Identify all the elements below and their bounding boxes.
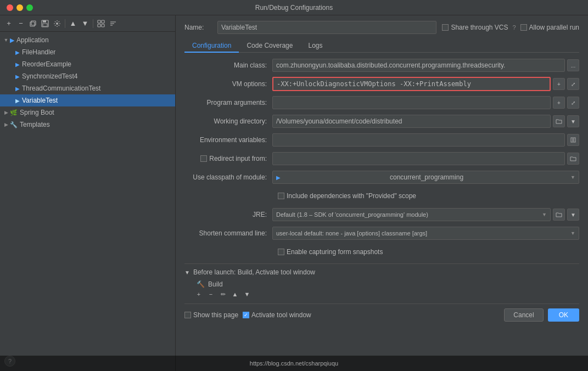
tab-codecoverage[interactable]: Code Coverage	[239, 40, 300, 53]
vm-options-expand-button[interactable]: ⤢	[567, 78, 579, 90]
env-vars-browse-button[interactable]	[567, 134, 579, 146]
svg-rect-8	[98, 24, 100, 27]
tree-label-synchronizedtest4: SynchronizedTest4	[22, 72, 77, 80]
tree-item-variabletest[interactable]: ▶ VariableTest	[0, 94, 175, 106]
main-class-row: Main class: com.zhunongyun.toalibaba.dis…	[184, 58, 579, 72]
include-deps-checkbox[interactable]	[278, 193, 284, 199]
springboot-icon: 🌿	[10, 109, 18, 116]
classpath-row: Use classpath of module: ▶ concurrent_pr…	[184, 170, 579, 184]
tree-item-synchronizedtest4[interactable]: ▶ SynchronizedTest4	[0, 70, 175, 82]
redirect-input[interactable]	[272, 152, 565, 165]
jre-browse-button[interactable]	[553, 209, 565, 221]
cancel-button[interactable]: Cancel	[504, 308, 543, 322]
working-dir-folder-button[interactable]	[553, 115, 565, 127]
program-args-label: Program arguments:	[184, 99, 272, 106]
include-deps-container: Include dependencies with "Provided" sco…	[278, 192, 416, 200]
group-button[interactable]	[96, 18, 107, 29]
build-label: Build	[208, 280, 223, 288]
jre-row: JRE: Default (1.8 – SDK of 'concurrent_p…	[184, 207, 579, 222]
copy-button[interactable]	[27, 18, 38, 29]
tab-configuration[interactable]: Configuration	[184, 40, 239, 53]
program-args-expand-button[interactable]: ⤢	[567, 97, 579, 109]
move-down-button[interactable]: ▼	[80, 18, 91, 29]
remove-button[interactable]: −	[15, 18, 26, 29]
enable-capture-row: Enable capturing form snapshots	[184, 245, 579, 259]
tree-arrow-templates: ▶	[2, 122, 10, 127]
parallel-checkbox[interactable]	[520, 24, 527, 31]
redirect-row: Redirect input from:	[184, 151, 579, 166]
before-launch-add-button[interactable]: +	[193, 289, 204, 299]
working-dir-input[interactable]	[272, 115, 551, 128]
classpath-select[interactable]: ▶ concurrent_programming ▼	[272, 171, 579, 184]
settings-button[interactable]	[52, 18, 63, 29]
build-icon: 🔨	[197, 280, 205, 288]
before-launch-edit-button[interactable]: ✏	[217, 289, 228, 299]
save-button[interactable]	[40, 18, 51, 29]
shorten-row: Shorten command line: user-local default…	[184, 226, 579, 240]
templates-icon: 🔧	[10, 121, 18, 128]
share-help-icon[interactable]: ?	[512, 24, 516, 31]
vm-options-field[interactable]: -XX:+UnlockDiagnosticVMOptions -XX:+Prin…	[272, 77, 551, 91]
tree-item-filehandler[interactable]: ▶ FileHandler	[0, 46, 175, 58]
tree-label-templates: Templates	[20, 121, 50, 128]
tree-item-templates[interactable]: ▶ 🔧 Templates	[0, 119, 175, 131]
activate-container: ✓ Activate tool window	[243, 311, 311, 319]
before-launch-down-button[interactable]: ▼	[242, 289, 253, 299]
tree-item-reorderexample[interactable]: ▶ ReorderExample	[0, 58, 175, 70]
jre-label: JRE:	[184, 211, 272, 218]
before-launch-arrow[interactable]: ▼	[184, 269, 190, 276]
program-args-row: Program arguments: + ⤢	[184, 95, 579, 110]
jre-value: Default (1.8 – SDK of 'concurrent_progra…	[276, 211, 542, 218]
application-icon: ▶	[10, 37, 14, 44]
maximize-button[interactable]	[26, 4, 33, 11]
main-class-label: Main class:	[184, 61, 272, 69]
tree-item-springboot[interactable]: ▶ 🌿 Spring Boot	[0, 106, 175, 119]
working-dir-row: Working directory: ▼	[184, 114, 579, 128]
config-tabs: Configuration Code Coverage Logs	[184, 40, 579, 53]
main-class-value: com.zhunongyun.toalibaba.distributed.con…	[272, 59, 565, 72]
watermark-text: https://blog.csdn.net/csharpqiuqu	[250, 360, 338, 367]
redirect-folder-button[interactable]	[567, 153, 579, 165]
main-class-browse-button[interactable]: ...	[567, 59, 579, 71]
vm-options-add-button[interactable]: +	[553, 78, 565, 90]
tree-item-application[interactable]: ▼ ▶ Application	[0, 34, 175, 46]
tab-logs[interactable]: Logs	[300, 40, 330, 53]
vm-options-text: -XX:+UnlockDiagnosticVMOptions -XX:+Prin…	[277, 80, 471, 88]
activate-label: Activate tool window	[251, 311, 311, 319]
program-args-input[interactable]	[272, 96, 551, 109]
main-class-control: com.zhunongyun.toalibaba.distributed.con…	[272, 59, 579, 72]
window-title: Run/Debug Configurations	[255, 4, 333, 12]
vm-options-label: VM options:	[184, 80, 272, 88]
sort-button[interactable]	[108, 18, 119, 29]
move-up-button[interactable]: ▲	[68, 18, 79, 29]
redirect-checkbox[interactable]	[200, 155, 207, 162]
ok-button[interactable]: OK	[548, 308, 579, 322]
activate-checkbox[interactable]: ✓	[243, 312, 249, 318]
tree-item-threadcommunicationtest[interactable]: ▶ ThreadCommunicationTest	[0, 82, 175, 94]
threadcommunicationtest-icon: ▶	[15, 86, 20, 92]
main-class-text: com.zhunongyun.toalibaba.distributed.con…	[276, 61, 505, 69]
enable-capture-container: Enable capturing form snapshots	[278, 248, 383, 256]
classpath-value: concurrent_programming	[390, 173, 463, 181]
share-label: Share through VCS	[451, 24, 508, 31]
before-launch-item: 🔨 Build	[193, 279, 579, 289]
program-args-add-button[interactable]: +	[553, 97, 565, 109]
vm-options-control: -XX:+UnlockDiagnosticVMOptions -XX:+Prin…	[272, 77, 579, 91]
parallel-label: Allow parallel run	[529, 24, 579, 31]
jre-dropdown-button[interactable]: ▼	[567, 209, 579, 221]
before-launch-up-button[interactable]: ▲	[229, 289, 240, 299]
name-input[interactable]	[217, 21, 436, 34]
working-dir-dropdown-button[interactable]: ▼	[567, 115, 579, 127]
before-launch-remove-button[interactable]: −	[205, 289, 216, 299]
jre-select[interactable]: Default (1.8 – SDK of 'concurrent_progra…	[272, 208, 551, 221]
enable-capture-checkbox[interactable]	[278, 249, 284, 255]
module-icon: ▶	[276, 175, 281, 181]
show-page-checkbox[interactable]	[184, 312, 191, 318]
bottom-row: Show this page ✓ Activate tool window Ca…	[184, 303, 579, 322]
add-button[interactable]: +	[3, 18, 14, 29]
close-button[interactable]	[7, 4, 13, 11]
minimize-button[interactable]	[16, 4, 23, 11]
env-vars-input[interactable]	[272, 133, 565, 147]
shorten-select[interactable]: user-local default: none - java [options…	[272, 227, 579, 240]
share-checkbox[interactable]	[442, 24, 449, 31]
